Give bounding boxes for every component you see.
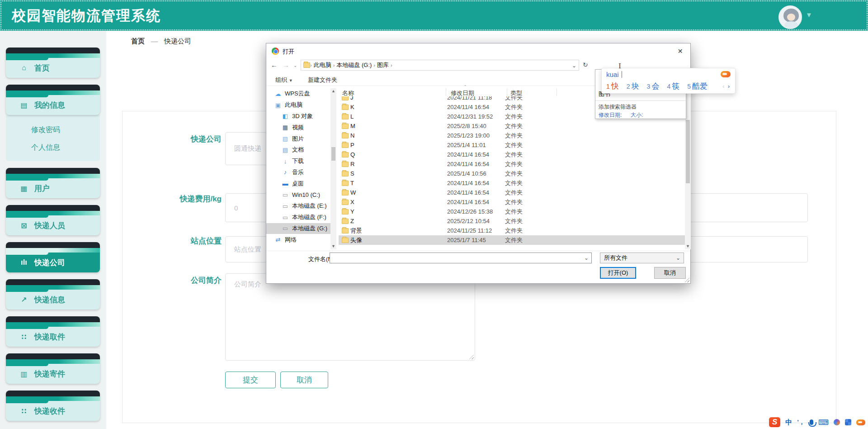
scroll-up-icon[interactable]: ▲ bbox=[330, 88, 336, 94]
breadcrumb-current: 快递公司 bbox=[164, 37, 191, 45]
toolbox-icon[interactable] bbox=[845, 419, 851, 425]
field-label-intro: 公司简介 bbox=[138, 275, 222, 286]
punctuation-icon[interactable]: ’， bbox=[797, 418, 805, 426]
filename-input[interactable]: ⌄ bbox=[330, 253, 592, 263]
ime-candidate[interactable]: 5酷爱 bbox=[687, 81, 708, 91]
recent-locations-icon[interactable]: ⌄ bbox=[293, 63, 297, 68]
file-row[interactable]: Q2024/11/4 16:54文件夹 bbox=[339, 150, 685, 159]
back-icon[interactable]: ← bbox=[271, 61, 278, 69]
nav-place[interactable]: ▣此电脑 bbox=[266, 100, 330, 111]
breadcrumb-home[interactable]: 首页 bbox=[131, 37, 145, 45]
path-segment[interactable]: 图库 bbox=[377, 61, 389, 69]
nav-place[interactable]: ▧图片 bbox=[266, 133, 330, 144]
ime-candidate[interactable]: 3会 bbox=[647, 81, 660, 91]
cube-icon: ◧ bbox=[282, 113, 289, 119]
organize-menu[interactable]: 组织 ▼ bbox=[275, 76, 293, 84]
ime-candidate[interactable]: 1快 bbox=[606, 81, 619, 91]
textarea-resize-grip[interactable] bbox=[469, 354, 474, 359]
microphone-icon[interactable] bbox=[810, 419, 813, 425]
path-breadcrumb[interactable]: ›此电脑›本地磁盘 (G:)›图库› bbox=[301, 60, 579, 71]
sidebar-item-send[interactable]: ▥快递寄件 bbox=[6, 353, 100, 384]
prev-page-icon[interactable]: ‹ bbox=[722, 83, 724, 90]
forward-icon[interactable]: → bbox=[283, 61, 289, 69]
file-row[interactable]: X2024/11/4 16:54文件夹 bbox=[339, 197, 685, 207]
path-segment[interactable]: 本地磁盘 (G:) bbox=[336, 61, 372, 69]
folder-icon bbox=[342, 152, 349, 157]
sogou-emoji-icon[interactable] bbox=[721, 71, 731, 77]
sidebar-item-info[interactable]: ↗快递信息 bbox=[6, 279, 100, 310]
refresh-icon[interactable]: ↻ bbox=[583, 61, 588, 68]
file-row[interactable]: P2025/1/4 11:01文件夹 bbox=[339, 140, 685, 150]
sidebar-item-label: 我的信息 bbox=[34, 100, 65, 110]
sidebar-item-home[interactable]: ⌂首页 bbox=[6, 48, 100, 78]
next-page-icon[interactable]: › bbox=[728, 83, 730, 90]
sidebar-item-label: 快递信息 bbox=[34, 295, 65, 305]
file-row[interactable]: N2025/1/23 19:00文件夹 bbox=[339, 131, 685, 140]
avatar[interactable] bbox=[778, 5, 802, 29]
sidebar-item-my-info[interactable]: ▤我的信息 bbox=[6, 85, 100, 115]
file-row[interactable]: T2024/11/4 16:54文件夹 bbox=[339, 178, 685, 188]
nav-place[interactable]: ▦视频 bbox=[266, 122, 330, 133]
file-row[interactable]: M2025/2/8 15:40文件夹 bbox=[339, 121, 685, 131]
sidebar-item-company[interactable]: ılı快递公司 bbox=[6, 242, 100, 272]
file-row[interactable]: S2025/1/4 10:56文件夹 bbox=[339, 169, 685, 178]
open-button[interactable]: 打开(O) bbox=[600, 267, 636, 279]
submit-button[interactable]: 提交 bbox=[225, 372, 276, 388]
nav-place[interactable]: ▤文档 bbox=[266, 144, 330, 156]
column-type[interactable]: 类型 bbox=[510, 89, 522, 97]
file-row[interactable]: 头像2025/1/7 11:45文件夹 bbox=[339, 235, 685, 245]
nav-place[interactable]: ⇄网络 bbox=[266, 234, 330, 245]
user-menu-caret-icon[interactable]: ▼ bbox=[806, 11, 812, 19]
ime-candidate[interactable]: 2块 bbox=[627, 81, 639, 91]
emoji-icon[interactable] bbox=[856, 419, 865, 425]
nav-place[interactable]: ☁WPS云盘 bbox=[266, 88, 330, 100]
file-type-select[interactable]: 所有文件 ⌄ bbox=[600, 253, 684, 263]
sidebar-item-receive[interactable]: ∷快递收件 bbox=[6, 391, 100, 421]
field-label-fee: 快递费用/kg bbox=[138, 194, 222, 204]
nav-place[interactable]: ▭本地磁盘 (E:) bbox=[266, 200, 330, 212]
drive-icon: ▭ bbox=[282, 225, 289, 232]
sidebar-item-courier[interactable]: ⊠快递人员 bbox=[6, 205, 100, 235]
nav-place[interactable]: ▭本地磁盘 (F:) bbox=[266, 212, 330, 223]
nav-scrollbar[interactable]: ▲ ▼ bbox=[330, 88, 336, 249]
intro-textarea[interactable]: 公司简介 bbox=[225, 273, 475, 361]
column-name[interactable]: 名称 bbox=[342, 89, 354, 97]
nav-place[interactable]: ↓下载 bbox=[266, 156, 330, 167]
filter-date-link[interactable]: 修改日期: bbox=[599, 111, 622, 119]
scroll-down-icon[interactable]: ▼ bbox=[330, 243, 336, 249]
file-row[interactable]: R2024/11/4 16:54文件夹 bbox=[339, 159, 685, 169]
scroll-down-icon[interactable]: ▼ bbox=[685, 243, 691, 249]
filename-dropdown-icon[interactable]: ⌄ bbox=[584, 255, 589, 261]
keyboard-icon[interactable]: ⌨ bbox=[818, 418, 829, 427]
dialog-cancel-button[interactable]: 取消 bbox=[654, 267, 686, 279]
file-row[interactable]: Y2024/12/26 15:38文件夹 bbox=[339, 207, 685, 216]
dialog-titlebar[interactable]: 打开 ✕ bbox=[266, 43, 690, 59]
new-folder-button[interactable]: 新建文件夹 bbox=[308, 76, 337, 84]
nav-place[interactable]: ▬桌面 bbox=[266, 178, 330, 189]
file-row[interactable]: Z2025/2/12 10:54文件夹 bbox=[339, 216, 685, 226]
close-icon[interactable]: ✕ bbox=[670, 43, 690, 58]
folder-icon bbox=[342, 162, 349, 167]
nav-place[interactable]: ▭本地磁盘 (G:) bbox=[266, 223, 330, 234]
file-row[interactable]: W2024/11/4 16:54文件夹 bbox=[339, 188, 685, 197]
skin-palette-icon[interactable] bbox=[834, 419, 840, 425]
path-segment[interactable]: 此电脑 bbox=[314, 61, 331, 69]
nav-place[interactable]: ◧3D 对象 bbox=[266, 111, 330, 122]
filter-size-link[interactable]: 大小: bbox=[631, 111, 643, 119]
sidebar-subitem[interactable]: 个人信息 bbox=[6, 139, 100, 157]
nav-place[interactable]: ▭Win10 (C:) bbox=[266, 189, 330, 200]
sidebar-item-users[interactable]: ▦用户 bbox=[6, 168, 100, 198]
sidebar-item-pickup[interactable]: ∷快递取件 bbox=[6, 316, 100, 347]
file-type-dropdown-icon: ⌄ bbox=[676, 255, 680, 261]
sogou-logo-icon[interactable]: S bbox=[769, 417, 780, 427]
ime-candidate[interactable]: 4筷 bbox=[667, 81, 679, 91]
nav-place[interactable]: ♪音乐 bbox=[266, 167, 330, 178]
form-cancel-button[interactable]: 取消 bbox=[280, 372, 328, 388]
folder-icon bbox=[342, 219, 349, 224]
folder-icon bbox=[342, 238, 349, 243]
file-row[interactable]: 背景2024/11/25 11:12文件夹 bbox=[339, 226, 685, 235]
column-date[interactable]: 修改日期 bbox=[451, 89, 474, 97]
chinese-mode-icon[interactable]: 中 bbox=[785, 418, 792, 427]
sidebar-subitem[interactable]: 修改密码 bbox=[6, 121, 100, 139]
address-dropdown-icon[interactable]: ⌄ bbox=[572, 62, 576, 69]
